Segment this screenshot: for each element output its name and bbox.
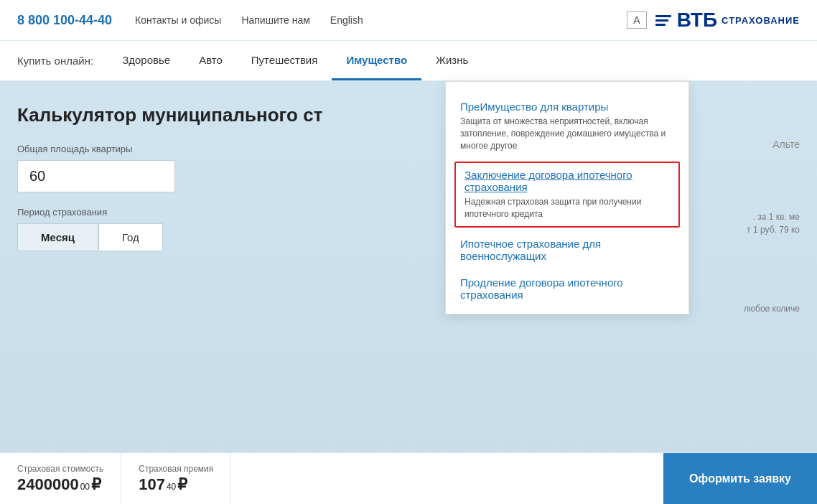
accessibility-button[interactable]: A (627, 11, 646, 29)
logo-vtb-text: ВТБ (677, 9, 717, 32)
area-input[interactable] (17, 160, 175, 192)
dropdown-item-2-title: Заключение договора ипотечного страхован… (464, 169, 670, 193)
top-bar-right: A ВТБ СТРАХОВАНИЕ (627, 9, 800, 32)
insurance-cost-section: Страховая стоимость 240000000 ₽ (0, 453, 121, 504)
nav-property[interactable]: Имущество (332, 41, 421, 80)
cost-number: 2400000 (17, 475, 79, 494)
premium-number: 107 (139, 475, 165, 494)
insurance-premium-section: Страховая премия 10740 ₽ (121, 453, 231, 504)
nav-health[interactable]: Здоровье (108, 41, 185, 80)
premium-currency: ₽ (177, 475, 187, 494)
logo: ВТБ СТРАХОВАНИЕ (655, 9, 800, 32)
period-year-btn[interactable]: Год (98, 223, 163, 251)
cost-sup: 00 (80, 482, 90, 492)
cost-label: Страховая стоимость (17, 464, 103, 474)
cost-value: 240000000 ₽ (17, 475, 103, 494)
price-note-line2: т 1 руб. 79 ко (747, 225, 800, 235)
premium-sup: 40 (167, 482, 176, 492)
dropdown-item-3[interactable]: Ипотечное страхование для военнослужащих (446, 230, 688, 269)
nav-life[interactable]: Жизнь (421, 41, 482, 80)
price-note-text: . за 1 кв. ме т 1 руб. 79 ко (747, 210, 800, 236)
logo-line-1 (655, 15, 671, 17)
submit-application-btn[interactable]: Оформить заявку (663, 453, 817, 504)
dropdown-item-1-desc: Защита от множества неприятностей, включ… (460, 116, 674, 151)
logo-lines-icon (655, 15, 671, 26)
nav-auto[interactable]: Авто (185, 41, 237, 80)
dropdown-item-4[interactable]: Продление договора ипотечного страховани… (446, 269, 688, 308)
dropdown-item-2[interactable]: Заключение договора ипотечного страхован… (454, 162, 680, 228)
nav-contacts[interactable]: Контакты и офисы (135, 14, 221, 26)
buy-online-label: Купить онлайн: (17, 55, 93, 67)
dropdown-item-1-title: ПреИмущество для квартиры (460, 101, 674, 113)
cost-currency: ₽ (91, 475, 101, 494)
nav-english[interactable]: English (330, 14, 363, 26)
top-bar: 8 800 100-44-40 Контакты и офисы Напишит… (0, 0, 817, 41)
premium-label: Страховая премия (139, 464, 213, 474)
logo-line-3 (655, 24, 666, 26)
premium-value: 10740 ₽ (139, 475, 213, 494)
phone-link[interactable]: 8 800 100-44-40 (17, 13, 112, 28)
nav-travel[interactable]: Путешествия (237, 41, 332, 80)
logo-line-2 (655, 19, 668, 22)
property-dropdown: ПреИмущество для квартиры Защита от множ… (445, 81, 689, 314)
price-note-line1: . за 1 кв. ме (753, 212, 800, 222)
logo-subtitle-text: СТРАХОВАНИЕ (722, 15, 800, 26)
main-content: Калькулятор муниципального ст Общая площ… (0, 81, 817, 504)
dropdown-item-2-desc: Надежная страховая защита при получении … (464, 196, 670, 220)
any-count-text: любое количе (744, 304, 800, 314)
nav-bar: Купить онлайн: Здоровье Авто Путешествия… (0, 41, 817, 81)
period-month-btn[interactable]: Месяц (17, 223, 98, 251)
top-nav-links: Контакты и офисы Напишите нам English (135, 14, 604, 26)
nav-write-us[interactable]: Напишите нам (241, 14, 309, 26)
dropdown-item-1[interactable]: ПреИмущество для квартиры Защита от множ… (446, 93, 688, 159)
result-bar: Страховая стоимость 240000000 ₽ Страхова… (0, 452, 817, 504)
alt-partial-text: Альте (772, 139, 800, 150)
